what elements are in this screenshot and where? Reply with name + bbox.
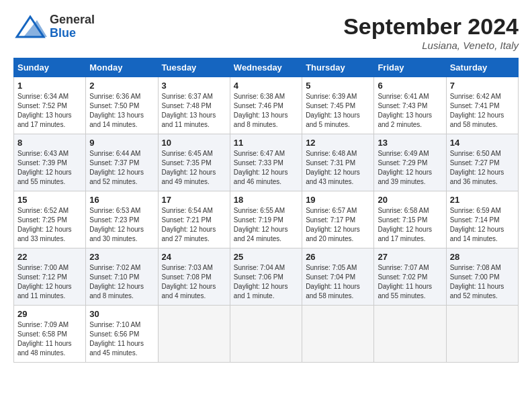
day-number: 25 <box>234 252 298 262</box>
table-row: 25Sunrise: 7:04 AMSunset: 7:06 PMDayligh… <box>230 248 302 306</box>
day-number: 12 <box>306 138 370 148</box>
table-row <box>230 306 302 363</box>
cell-content: Sunrise: 6:44 AMSunset: 7:37 PMDaylight:… <box>89 149 154 187</box>
cell-content: Sunrise: 6:47 AMSunset: 7:33 PMDaylight:… <box>234 149 298 187</box>
cell-content: Sunrise: 6:43 AMSunset: 7:39 PMDaylight:… <box>17 149 82 187</box>
calendar-week-row: 22Sunrise: 7:00 AMSunset: 7:12 PMDayligh… <box>14 248 519 306</box>
day-number: 13 <box>378 138 442 148</box>
table-row: 7Sunrise: 6:42 AMSunset: 7:41 PMDaylight… <box>446 77 518 134</box>
table-row <box>158 306 230 363</box>
cell-content: Sunrise: 6:45 AMSunset: 7:35 PMDaylight:… <box>162 149 226 187</box>
cell-content: Sunrise: 6:38 AMSunset: 7:46 PMDaylight:… <box>234 92 298 130</box>
col-saturday: Saturday <box>446 58 518 77</box>
cell-content: Sunrise: 7:00 AMSunset: 7:12 PMDaylight:… <box>17 263 82 301</box>
day-number: 27 <box>378 252 442 262</box>
logo-text: General Blue <box>50 13 95 40</box>
cell-content: Sunrise: 6:54 AMSunset: 7:21 PMDaylight:… <box>162 206 226 244</box>
col-friday: Friday <box>374 58 446 77</box>
cell-content: Sunrise: 6:52 AMSunset: 7:25 PMDaylight:… <box>17 206 82 244</box>
table-row: 11Sunrise: 6:47 AMSunset: 7:33 PMDayligh… <box>230 134 302 191</box>
day-number: 19 <box>306 195 370 205</box>
col-monday: Monday <box>86 58 158 77</box>
day-number: 22 <box>17 252 82 262</box>
table-row: 8Sunrise: 6:43 AMSunset: 7:39 PMDaylight… <box>14 134 86 191</box>
table-row: 26Sunrise: 7:05 AMSunset: 7:04 PMDayligh… <box>302 248 374 306</box>
cell-content: Sunrise: 6:34 AMSunset: 7:52 PMDaylight:… <box>17 92 82 130</box>
table-row: 24Sunrise: 7:03 AMSunset: 7:08 PMDayligh… <box>158 248 230 306</box>
table-row: 28Sunrise: 7:08 AMSunset: 7:00 PMDayligh… <box>446 248 518 306</box>
day-number: 26 <box>306 252 370 262</box>
day-number: 10 <box>162 138 226 148</box>
calendar-week-row: 15Sunrise: 6:52 AMSunset: 7:25 PMDayligh… <box>14 191 519 248</box>
table-row: 23Sunrise: 7:02 AMSunset: 7:10 PMDayligh… <box>86 248 158 306</box>
cell-content: Sunrise: 6:59 AMSunset: 7:14 PMDaylight:… <box>450 206 515 244</box>
table-row: 21Sunrise: 6:59 AMSunset: 7:14 PMDayligh… <box>446 191 518 248</box>
cell-content: Sunrise: 7:09 AMSunset: 6:58 PMDaylight:… <box>17 320 82 358</box>
table-row: 14Sunrise: 6:50 AMSunset: 7:27 PMDayligh… <box>446 134 518 191</box>
day-number: 6 <box>378 81 442 91</box>
day-number: 8 <box>17 138 82 148</box>
cell-content: Sunrise: 6:53 AMSunset: 7:23 PMDaylight:… <box>89 206 154 244</box>
col-thursday: Thursday <box>302 58 374 77</box>
col-sunday: Sunday <box>14 58 86 77</box>
day-number: 7 <box>450 81 515 91</box>
cell-content: Sunrise: 7:02 AMSunset: 7:10 PMDaylight:… <box>89 263 154 301</box>
day-number: 21 <box>450 195 515 205</box>
cell-content: Sunrise: 6:57 AMSunset: 7:17 PMDaylight:… <box>306 206 370 244</box>
table-row: 1Sunrise: 6:34 AMSunset: 7:52 PMDaylight… <box>14 77 86 134</box>
cell-content: Sunrise: 6:37 AMSunset: 7:48 PMDaylight:… <box>162 92 226 130</box>
cell-content: Sunrise: 6:36 AMSunset: 7:50 PMDaylight:… <box>89 92 154 130</box>
calendar-header-row: Sunday Monday Tuesday Wednesday Thursday… <box>14 58 519 77</box>
location: Lusiana, Veneto, Italy <box>343 40 519 51</box>
day-number: 14 <box>450 138 515 148</box>
logo-blue: Blue <box>50 27 95 40</box>
day-number: 23 <box>89 252 154 262</box>
table-row: 12Sunrise: 6:48 AMSunset: 7:31 PMDayligh… <box>302 134 374 191</box>
cell-content: Sunrise: 6:55 AMSunset: 7:19 PMDaylight:… <box>234 206 298 244</box>
table-row: 15Sunrise: 6:52 AMSunset: 7:25 PMDayligh… <box>14 191 86 248</box>
table-row: 6Sunrise: 6:41 AMSunset: 7:43 PMDaylight… <box>374 77 446 134</box>
day-number: 3 <box>162 81 226 91</box>
table-row: 27Sunrise: 7:07 AMSunset: 7:02 PMDayligh… <box>374 248 446 306</box>
day-number: 30 <box>89 309 154 319</box>
calendar-week-row: 1Sunrise: 6:34 AMSunset: 7:52 PMDaylight… <box>14 77 519 134</box>
day-number: 24 <box>162 252 226 262</box>
day-number: 16 <box>89 195 154 205</box>
day-number: 9 <box>89 138 154 148</box>
day-number: 18 <box>234 195 298 205</box>
table-row <box>302 306 374 363</box>
day-number: 15 <box>17 195 82 205</box>
calendar-table: Sunday Monday Tuesday Wednesday Thursday… <box>13 58 519 363</box>
table-row: 19Sunrise: 6:57 AMSunset: 7:17 PMDayligh… <box>302 191 374 248</box>
cell-content: Sunrise: 6:49 AMSunset: 7:29 PMDaylight:… <box>378 149 442 187</box>
cell-content: Sunrise: 6:39 AMSunset: 7:45 PMDaylight:… <box>306 92 370 130</box>
col-tuesday: Tuesday <box>158 58 230 77</box>
logo: General Blue <box>13 13 95 40</box>
table-row: 18Sunrise: 6:55 AMSunset: 7:19 PMDayligh… <box>230 191 302 248</box>
cell-content: Sunrise: 6:48 AMSunset: 7:31 PMDaylight:… <box>306 149 370 187</box>
cell-content: Sunrise: 7:03 AMSunset: 7:08 PMDaylight:… <box>162 263 226 301</box>
day-number: 4 <box>234 81 298 91</box>
cell-content: Sunrise: 6:58 AMSunset: 7:15 PMDaylight:… <box>378 206 442 244</box>
title-area: September 2024 Lusiana, Veneto, Italy <box>343 13 519 51</box>
cell-content: Sunrise: 7:04 AMSunset: 7:06 PMDaylight:… <box>234 263 298 301</box>
cell-content: Sunrise: 6:42 AMSunset: 7:41 PMDaylight:… <box>450 92 515 130</box>
table-row: 4Sunrise: 6:38 AMSunset: 7:46 PMDaylight… <box>230 77 302 134</box>
day-number: 20 <box>378 195 442 205</box>
table-row <box>446 306 518 363</box>
table-row: 29Sunrise: 7:09 AMSunset: 6:58 PMDayligh… <box>14 306 86 363</box>
day-number: 5 <box>306 81 370 91</box>
day-number: 1 <box>17 81 82 91</box>
day-number: 17 <box>162 195 226 205</box>
day-number: 29 <box>17 309 82 319</box>
calendar-week-row: 8Sunrise: 6:43 AMSunset: 7:39 PMDaylight… <box>14 134 519 191</box>
cell-content: Sunrise: 7:08 AMSunset: 7:00 PMDaylight:… <box>450 263 515 301</box>
logo-icon <box>13 13 47 40</box>
cell-content: Sunrise: 6:41 AMSunset: 7:43 PMDaylight:… <box>378 92 442 130</box>
table-row: 22Sunrise: 7:00 AMSunset: 7:12 PMDayligh… <box>14 248 86 306</box>
logo-general: General <box>50 13 95 27</box>
table-row: 30Sunrise: 7:10 AMSunset: 6:56 PMDayligh… <box>86 306 158 363</box>
table-row: 9Sunrise: 6:44 AMSunset: 7:37 PMDaylight… <box>86 134 158 191</box>
cell-content: Sunrise: 7:10 AMSunset: 6:56 PMDaylight:… <box>89 320 154 358</box>
cell-content: Sunrise: 7:07 AMSunset: 7:02 PMDaylight:… <box>378 263 442 301</box>
